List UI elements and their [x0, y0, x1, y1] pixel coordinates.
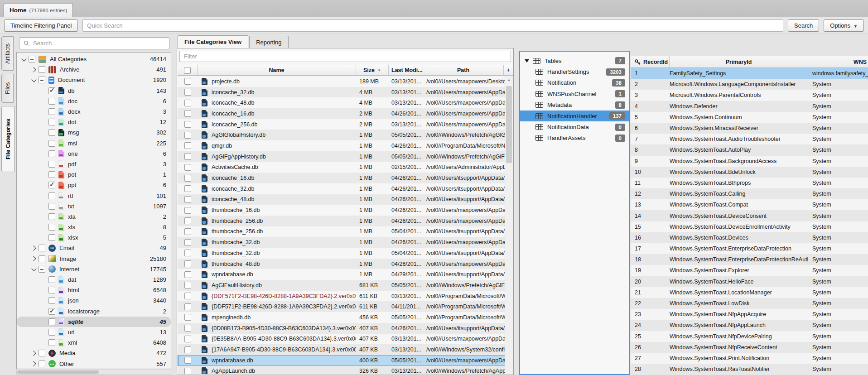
category-checkbox[interactable]	[48, 203, 55, 210]
category-tree-item[interactable]: db 143	[17, 86, 171, 96]
file-row-checkbox[interactable]	[184, 336, 191, 342]
category-checkbox[interactable]	[48, 234, 55, 241]
record-row[interactable]: 10 Windows.SystemToast.BdeUnlock System	[631, 167, 868, 178]
tree-expander-icon[interactable]	[40, 287, 48, 294]
file-row-checkbox[interactable]	[184, 228, 191, 235]
category-tree-item[interactable]: rtf 101	[17, 190, 171, 201]
file-row-checkbox[interactable]	[184, 357, 191, 364]
record-row[interactable]: 28 Windows.SystemToast.RasToastNotifier …	[631, 364, 868, 375]
timeline-filtering-panel-button[interactable]: Timeline Filtering Panel	[4, 19, 78, 32]
category-tree-item[interactable]: dat 1289	[17, 274, 171, 285]
tab-home[interactable]: Home (717980 entries)	[4, 4, 73, 17]
category-tree-horizontal-scrollbar[interactable]	[16, 370, 171, 375]
record-row[interactable]: 18 Windows.SystemToast.EnterpriseDataPro…	[631, 254, 868, 265]
category-checkbox[interactable]	[48, 119, 55, 125]
file-row-checkbox[interactable]	[184, 175, 191, 182]
column-header-size[interactable]: Size▼	[356, 65, 389, 75]
tree-expander-icon[interactable]	[40, 276, 48, 284]
category-checkbox[interactable]	[48, 182, 55, 188]
category-tree-item[interactable]: Internet 17745	[17, 264, 171, 274]
file-row[interactable]: wpndatabase.db 1 MB 04/29/201... /vol0//…	[178, 269, 505, 280]
select-all-checkbox[interactable]	[184, 67, 191, 74]
table-item-row[interactable]: NotificationHandler 137	[520, 111, 629, 121]
category-tree-item[interactable]: Document 1920	[17, 75, 171, 85]
category-tree-item[interactable]: ppt 6	[17, 180, 171, 190]
file-row[interactable]: {0D08B173-B905-4D30-88C9-B63C603DA134}.3…	[178, 323, 505, 334]
file-row[interactable]: thumbcache_256.db 1 MB 05/04/201... /vol…	[178, 226, 505, 237]
category-checkbox[interactable]	[48, 108, 55, 115]
record-row[interactable]: 2 Microsoft.Windows.LanguageComponentsIn…	[631, 79, 868, 90]
category-checkbox[interactable]	[39, 361, 45, 367]
tree-expander-icon[interactable]	[40, 97, 48, 105]
expander-open-icon[interactable]	[525, 59, 529, 65]
tree-expander-icon[interactable]	[40, 308, 48, 315]
category-checkbox[interactable]	[48, 318, 55, 325]
file-row-checkbox[interactable]	[184, 239, 191, 246]
table-item-row[interactable]: WNSPushChannel 1	[520, 88, 629, 99]
file-row-checkbox[interactable]	[184, 153, 191, 160]
record-row[interactable]: 5 Windows.System.Continuum System	[631, 112, 868, 123]
record-row[interactable]: 16 Windows.SystemToast.Devices System	[631, 232, 868, 243]
file-row[interactable]: qmgr.db 1 MB 04/26/201... /vol0//Program…	[178, 140, 505, 151]
tree-expander-icon[interactable]	[40, 213, 48, 220]
record-row[interactable]: 23 Windows.SystemToast.NfpAppAcquire Sys…	[631, 309, 868, 320]
filter-input[interactable]	[179, 51, 511, 62]
tree-expander-icon[interactable]	[40, 139, 48, 147]
record-row[interactable]: 7 Windows.SystemToast.AudioTroubleshoote…	[631, 134, 868, 144]
category-tree-item[interactable]: Archive 491	[17, 64, 171, 75]
tree-expander-icon[interactable]	[30, 360, 38, 367]
tree-expander-icon[interactable]	[40, 119, 48, 126]
column-header-path[interactable]: Path	[423, 65, 504, 75]
file-row-checkbox[interactable]	[184, 217, 191, 224]
scrollbar-thumb[interactable]	[506, 86, 512, 163]
tree-expander-icon[interactable]	[30, 66, 38, 73]
category-checkbox[interactable]	[48, 192, 55, 199]
category-checkbox[interactable]	[39, 77, 45, 83]
file-row-checkbox[interactable]	[184, 196, 191, 203]
file-row-checkbox[interactable]	[184, 293, 191, 299]
category-checkbox[interactable]	[48, 213, 55, 220]
category-checkbox[interactable]	[39, 266, 45, 273]
file-row-checkbox[interactable]	[184, 325, 191, 332]
file-row-checkbox[interactable]	[184, 142, 191, 149]
tree-expander-icon[interactable]	[40, 202, 48, 210]
file-row[interactable]: AgGlGlobalHistory.db 1 MB 05/05/201... /…	[178, 130, 505, 140]
tab-file-categories-view[interactable]: File Categories View	[178, 35, 248, 48]
table-item-row[interactable]: NotificationData 0	[520, 121, 629, 132]
category-checkbox[interactable]	[48, 171, 55, 178]
tree-expander-icon[interactable]	[40, 192, 48, 199]
record-row[interactable]: 20 Windows.SystemToast.HelloFace System	[631, 276, 868, 287]
category-tree-item[interactable]: xml 6408	[17, 337, 171, 348]
file-row-checkbox[interactable]	[184, 78, 191, 85]
file-row-checkbox[interactable]	[184, 250, 191, 256]
category-tree-item[interactable]: pdf 3	[17, 159, 171, 169]
file-row[interactable]: iconcache_16.db 1 MB 04/26/201... /vol0/…	[178, 173, 505, 183]
scrollbar-thumb[interactable]	[17, 370, 99, 374]
file-row-checkbox[interactable]	[184, 260, 191, 267]
category-tree-item[interactable]: Media 472	[17, 348, 171, 358]
files-vertical-scrollbar[interactable]: ▲	[505, 76, 513, 374]
record-row[interactable]: 1 FamilySafety_Settings windows.familysa…	[631, 68, 868, 79]
file-row[interactable]: AgGlFaultHistory.db 681 KB 05/05/201... …	[178, 280, 505, 291]
tables-root-row[interactable]: Tables 7	[520, 55, 629, 66]
category-tree-item[interactable]: All Categories 46414	[17, 54, 171, 64]
file-row[interactable]: iconcache_48.db 1 MB 04/26/201... /vol0/…	[178, 194, 505, 205]
tab-reporting[interactable]: Reporting	[249, 36, 288, 48]
file-row-checkbox[interactable]	[184, 346, 191, 353]
category-tree-item[interactable]: xlsx 5	[17, 232, 171, 243]
category-tree-item[interactable]: docx 3	[17, 106, 171, 117]
tree-expander-icon[interactable]	[30, 77, 38, 84]
file-row[interactable]: {17A6A947-B905-4D30-88C9-B63C603DA134}.3…	[178, 344, 505, 355]
scroll-up-arrow-icon[interactable]: ▲	[505, 76, 513, 82]
file-row-checkbox[interactable]	[184, 314, 191, 321]
category-checkbox[interactable]	[48, 224, 55, 231]
file-row-checkbox[interactable]	[184, 110, 191, 117]
category-checkbox[interactable]	[48, 339, 55, 346]
category-checkbox[interactable]	[48, 98, 55, 105]
file-row[interactable]: {DDF571F2-BE98-426D-8288-1A9A39C3FDA2}.2…	[178, 291, 505, 302]
category-tree-item[interactable]: json 3440	[17, 295, 171, 306]
table-item-row[interactable]: Notification 38	[520, 77, 629, 88]
category-checkbox[interactable]	[48, 276, 55, 283]
file-row[interactable]: mpenginedb.db 456 KB 05/05/201... /vol0/…	[178, 312, 505, 323]
file-row-checkbox[interactable]	[184, 368, 191, 374]
